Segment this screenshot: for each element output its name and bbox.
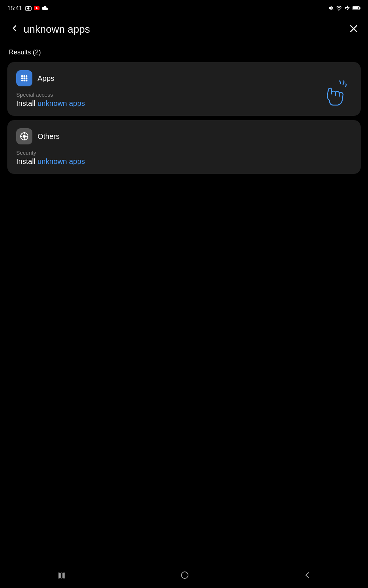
- svg-line-6: [332, 7, 333, 10]
- wifi-icon: [336, 6, 342, 12]
- results-container: Apps Special access Install unknown apps: [0, 62, 368, 174]
- svg-line-23: [343, 95, 343, 98]
- result-card-others[interactable]: Others Security Install unknown apps: [7, 120, 361, 174]
- svg-point-15: [24, 78, 25, 79]
- recent-apps-button[interactable]: [46, 567, 77, 583]
- battery-icon: [353, 6, 361, 11]
- photo-icon: [25, 6, 32, 12]
- svg-point-16: [26, 78, 28, 79]
- others-title-row: Install unknown apps: [16, 157, 352, 166]
- result-card-apps[interactable]: Apps Special access Install unknown apps: [7, 62, 361, 116]
- nav-bar: [0, 562, 368, 588]
- svg-point-17: [21, 80, 23, 82]
- status-bar: 15:41: [0, 0, 368, 16]
- svg-marker-5: [329, 6, 332, 10]
- close-button[interactable]: [347, 21, 361, 38]
- apps-title-prefix: Install: [16, 99, 38, 107]
- svg-point-11: [21, 75, 23, 77]
- status-right-icons: [328, 5, 361, 12]
- status-time: 15:41: [7, 5, 49, 12]
- status-left-icons: [25, 6, 49, 12]
- svg-rect-9: [360, 7, 361, 9]
- others-icon: [16, 128, 32, 144]
- others-card-body: Security Install unknown apps: [16, 150, 352, 166]
- apps-category-label: Apps: [38, 74, 54, 83]
- svg-point-12: [24, 75, 25, 77]
- svg-rect-2: [27, 6, 29, 7]
- others-sub-label: Security: [16, 150, 352, 156]
- search-header: unknown apps: [0, 16, 368, 43]
- apps-title-row: Install unknown apps: [16, 99, 352, 108]
- svg-point-1: [27, 7, 29, 10]
- svg-point-29: [181, 572, 188, 578]
- home-button[interactable]: [170, 567, 200, 584]
- svg-point-13: [26, 75, 28, 77]
- svg-rect-28: [63, 573, 65, 578]
- youtube-icon: [34, 6, 40, 11]
- back-button[interactable]: [7, 21, 22, 38]
- airplane-icon: [344, 5, 350, 12]
- svg-point-19: [26, 80, 28, 82]
- others-title-prefix: Install: [16, 157, 38, 165]
- svg-rect-26: [58, 573, 60, 578]
- svg-point-14: [21, 78, 23, 79]
- svg-rect-10: [353, 7, 358, 9]
- svg-rect-27: [61, 573, 62, 578]
- card-apps-header: Apps: [16, 70, 352, 86]
- search-title: unknown apps: [24, 24, 347, 35]
- others-title-highlight: unknown apps: [38, 157, 85, 165]
- cloud-icon: [42, 6, 49, 11]
- svg-point-18: [24, 80, 25, 82]
- results-label: Results (2): [0, 43, 368, 62]
- time-display: 15:41: [7, 5, 22, 12]
- mute-icon: [328, 5, 333, 12]
- others-category-label: Others: [38, 132, 60, 141]
- apps-card-body: Special access Install unknown apps: [16, 92, 352, 108]
- apps-title-highlight: unknown apps: [38, 99, 85, 107]
- hand-pointer-icon: [320, 80, 350, 110]
- apps-icon: [16, 70, 32, 86]
- card-others-header: Others: [16, 128, 352, 144]
- system-back-button[interactable]: [293, 567, 322, 584]
- svg-point-25: [23, 135, 26, 138]
- svg-point-7: [339, 10, 339, 10]
- apps-sub-label: Special access: [16, 92, 352, 98]
